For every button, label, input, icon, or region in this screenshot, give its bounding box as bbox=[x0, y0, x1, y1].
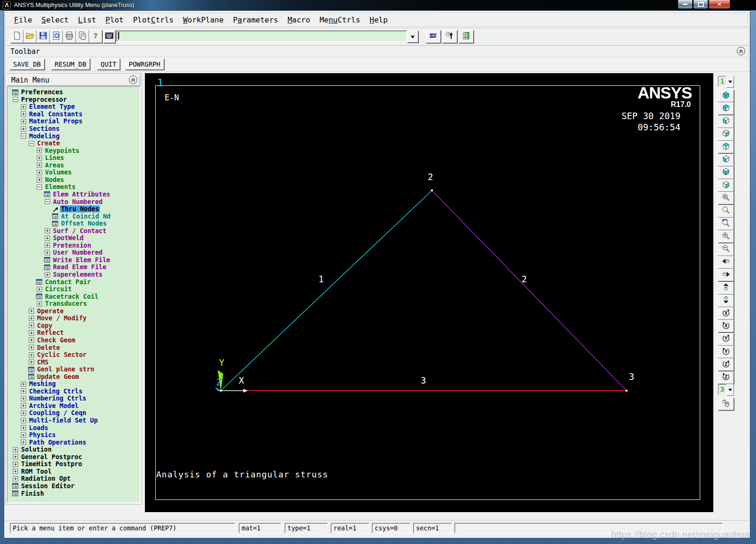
tree-item-sections[interactable]: Sections bbox=[20, 125, 60, 133]
zoom-back-button[interactable] bbox=[718, 218, 734, 230]
expand-plus-icon[interactable] bbox=[28, 316, 34, 321]
plot-window-select[interactable]: 1 bbox=[718, 76, 734, 87]
tree-item-circuit[interactable]: Circuit bbox=[36, 286, 73, 293]
menu-plotctrls[interactable]: PlotCtrls bbox=[128, 15, 178, 25]
tree-item-nodes[interactable]: Nodes bbox=[36, 176, 65, 184]
menu-macro[interactable]: Macro bbox=[283, 15, 315, 25]
expand-plus-icon[interactable] bbox=[20, 119, 26, 124]
expand-plus-icon[interactable] bbox=[20, 126, 26, 132]
expand-plus-icon[interactable] bbox=[28, 308, 34, 314]
expand-plus-icon[interactable] bbox=[44, 242, 50, 248]
rotate-x-minus-button[interactable]: X bbox=[718, 320, 734, 332]
pan-left-button[interactable] bbox=[718, 256, 734, 269]
abbr-button-powrgrph[interactable]: POWRGRPH bbox=[125, 59, 164, 70]
tree-item-solution[interactable]: Solution bbox=[12, 446, 53, 453]
expand-plus-icon[interactable] bbox=[44, 272, 50, 278]
expand-plus-icon[interactable] bbox=[20, 432, 26, 438]
expand-plus-icon[interactable] bbox=[44, 228, 50, 234]
expand-plus-icon[interactable] bbox=[36, 287, 42, 292]
expand-plus-icon[interactable] bbox=[12, 476, 18, 482]
new-file-button[interactable] bbox=[10, 30, 23, 43]
tree-item-elem-attributes[interactable]: Elem Attributes bbox=[44, 191, 111, 198]
abbr-button-save_db[interactable]: SAVE_DB bbox=[9, 59, 45, 70]
tree-item-path-operations[interactable]: Path Operations bbox=[20, 438, 87, 446]
tree-item-copy[interactable]: Copy bbox=[28, 322, 53, 330]
tree-item-move-modify[interactable]: Move / Modify bbox=[28, 315, 88, 322]
tree-item-checking-ctrls[interactable]: Checking Ctrls bbox=[20, 388, 83, 395]
rotate-x-plus-button[interactable]: X bbox=[718, 307, 734, 320]
tree-item-archive-model[interactable]: Archive Model bbox=[20, 402, 80, 410]
tree-item-material-props[interactable]: Material Props bbox=[20, 118, 83, 125]
rotation-rate-select-arrow-icon[interactable] bbox=[726, 384, 734, 396]
tree-item-transducers[interactable]: Transducers bbox=[36, 300, 88, 308]
tree-item-reflect[interactable]: Reflect bbox=[28, 329, 65, 337]
right-view-button[interactable] bbox=[718, 179, 734, 192]
tree-item-radiation-opt[interactable]: Radiation Opt bbox=[12, 475, 72, 483]
tree-item-lines[interactable]: Lines bbox=[36, 154, 65, 162]
expand-plus-icon[interactable] bbox=[28, 337, 34, 343]
zoom-in-button[interactable] bbox=[718, 230, 734, 243]
collapse-minus-icon[interactable] bbox=[44, 199, 50, 204]
rotate-y-minus-button[interactable]: Y bbox=[718, 346, 734, 358]
tree-item-superelements[interactable]: Superelements bbox=[44, 271, 104, 279]
rotate-y-plus-button[interactable]: Y bbox=[718, 333, 734, 346]
menu-select[interactable]: Select bbox=[37, 15, 74, 25]
expand-plus-icon[interactable] bbox=[28, 359, 34, 365]
menu-file[interactable]: File bbox=[9, 15, 37, 25]
menu-workplane[interactable]: WorkPlane bbox=[178, 15, 228, 25]
left-view-button[interactable] bbox=[718, 166, 734, 179]
expand-plus-icon[interactable] bbox=[20, 381, 26, 387]
pan-down-button[interactable] bbox=[718, 295, 734, 307]
dynamic-model-mode-button[interactable] bbox=[718, 398, 734, 410]
expand-plus-icon[interactable] bbox=[20, 418, 26, 423]
open-folder-button[interactable] bbox=[23, 30, 37, 43]
expand-plus-icon[interactable] bbox=[28, 330, 34, 336]
expand-plus-icon[interactable] bbox=[36, 155, 42, 161]
tree-item-meshing[interactable]: Meshing bbox=[20, 380, 57, 388]
tree-item-genl-plane-strn[interactable]: Genl plane strn bbox=[28, 366, 95, 373]
expand-plus-icon[interactable] bbox=[20, 104, 26, 110]
iso-view-button[interactable] bbox=[718, 90, 734, 102]
collapse-main-menu-icon[interactable] bbox=[129, 75, 138, 84]
tree-item-keypoints[interactable]: Keypoints bbox=[36, 147, 80, 154]
expand-plus-icon[interactable] bbox=[20, 410, 26, 416]
tree-item-at-coincid-nd[interactable]: At Coincid Nd bbox=[52, 212, 112, 220]
expand-plus-icon[interactable] bbox=[44, 235, 50, 241]
tree-item-contact-pair[interactable]: Contact Pair bbox=[36, 278, 92, 286]
copy-page-button[interactable] bbox=[76, 30, 89, 43]
collapse-minus-icon[interactable] bbox=[28, 141, 34, 146]
top-view-button[interactable] bbox=[718, 141, 734, 153]
reset-picking-button[interactable] bbox=[442, 30, 457, 43]
expand-plus-icon[interactable] bbox=[36, 177, 42, 182]
collapse-minus-icon[interactable] bbox=[20, 133, 26, 139]
maximize-button[interactable] bbox=[693, 0, 708, 9]
expand-plus-icon[interactable] bbox=[20, 425, 26, 431]
menu-menuctrls[interactable]: MenuCtrls bbox=[315, 15, 365, 25]
expand-plus-icon[interactable] bbox=[36, 301, 42, 307]
pan-up-button[interactable] bbox=[718, 282, 734, 295]
bottom-view-button[interactable] bbox=[718, 154, 734, 166]
expand-plus-icon[interactable] bbox=[28, 352, 34, 358]
report-generator-button[interactable] bbox=[50, 30, 63, 43]
tree-item-preferences[interactable]: Preferences bbox=[12, 89, 64, 96]
expand-plus-icon[interactable] bbox=[12, 461, 18, 467]
tree-item-finish[interactable]: Finish bbox=[12, 490, 45, 497]
tree-item-element-type[interactable]: Element Type bbox=[20, 103, 76, 111]
tree-item-thru-nodes[interactable]: Thru Nodes bbox=[52, 205, 100, 213]
tree-item-rom-tool[interactable]: ROM Tool bbox=[12, 468, 53, 476]
command-history-dropdown[interactable] bbox=[407, 30, 418, 43]
rotation-rate-select[interactable]: 3 bbox=[718, 384, 734, 395]
raise-hidden-button[interactable] bbox=[426, 30, 441, 43]
tree-item-physics[interactable]: Physics bbox=[20, 431, 57, 439]
command-input[interactable] bbox=[116, 30, 407, 42]
tree-item-cms[interactable]: CMS bbox=[28, 358, 49, 366]
tree-item-delete[interactable]: Delete bbox=[28, 344, 61, 351]
tree-item-elements[interactable]: Elements bbox=[36, 183, 76, 191]
expand-plus-icon[interactable] bbox=[28, 345, 34, 350]
tree-item-numbering-ctrls[interactable]: Numbering Ctrls bbox=[20, 395, 87, 402]
tree-item-operate[interactable]: Operate bbox=[28, 308, 65, 315]
graphics-window[interactable]: 1 E-N ANSYS R17.0 SEP 30 2019 09:56:54 2… bbox=[145, 73, 713, 512]
minimize-button[interactable] bbox=[678, 0, 693, 9]
fit-view-button[interactable] bbox=[718, 192, 734, 204]
tree-item-auto-numbered[interactable]: Auto Numbered bbox=[44, 198, 104, 205]
